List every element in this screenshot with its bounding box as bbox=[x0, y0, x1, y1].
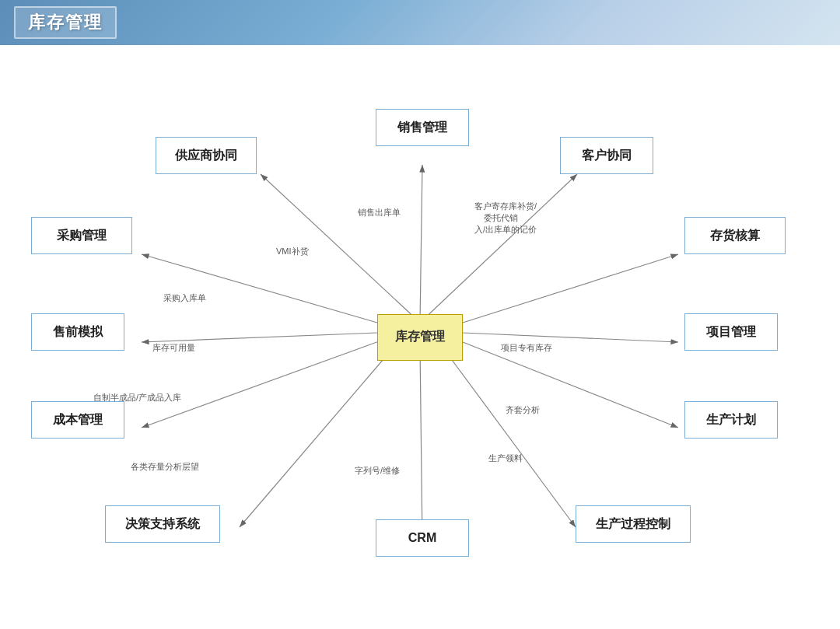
label-serial-repair: 字列号/维修 bbox=[355, 465, 400, 477]
node-supply: 供应商协同 bbox=[156, 137, 257, 174]
node-inventory-calc: 存货核算 bbox=[684, 217, 786, 254]
node-crm: CRM bbox=[376, 519, 469, 557]
svg-line-4 bbox=[420, 174, 577, 323]
label-kit-analysis: 齐套分析 bbox=[506, 404, 540, 416]
label-vmi: VMI补货 bbox=[276, 246, 309, 257]
node-decision: 决策支持系统 bbox=[105, 505, 220, 543]
label-sales-out: 销售出库单 bbox=[358, 207, 401, 218]
svg-line-7 bbox=[142, 333, 377, 342]
node-presale: 售前模拟 bbox=[31, 313, 124, 351]
label-consignment: 委托代销 bbox=[484, 212, 518, 224]
header-title-box: 库存管理 bbox=[14, 6, 117, 39]
center-box: 库存管理 bbox=[377, 314, 463, 361]
label-customer-replenish: 客户寄存库补货/ bbox=[474, 201, 537, 212]
node-customer: 客户协同 bbox=[560, 137, 653, 174]
node-project: 项目管理 bbox=[684, 313, 778, 351]
svg-line-12 bbox=[420, 348, 422, 541]
svg-line-11 bbox=[240, 348, 393, 527]
node-cost: 成本管理 bbox=[31, 401, 124, 439]
svg-line-3 bbox=[420, 165, 422, 323]
node-sales-mgmt: 销售管理 bbox=[376, 109, 469, 146]
label-available-stock: 库存可用量 bbox=[152, 342, 195, 354]
svg-line-5 bbox=[142, 254, 377, 323]
label-production-material: 生产领料 bbox=[488, 453, 523, 464]
svg-line-13 bbox=[443, 348, 576, 527]
node-production-ctrl: 生产过程控制 bbox=[576, 505, 691, 543]
node-production-plan: 生产计划 bbox=[684, 401, 778, 439]
svg-line-8 bbox=[463, 333, 678, 342]
label-in-out-price: 入/出库单的记价 bbox=[474, 224, 537, 236]
label-purchase-in: 采购入库单 bbox=[163, 292, 206, 304]
label-stock-analysis: 各类存量分析层望 bbox=[131, 461, 199, 473]
slide: 库存管理 bbox=[0, 0, 840, 629]
header: 库存管理 bbox=[0, 0, 840, 45]
header-title: 库存管理 bbox=[28, 12, 103, 32]
label-project-stock: 项目专有库存 bbox=[501, 342, 552, 354]
diagram: 供应商协同 销售管理 客户协同 采购管理 存货核算 售前模拟 项目管理 成本管理… bbox=[0, 45, 840, 629]
node-purchase: 采购管理 bbox=[31, 217, 132, 254]
svg-line-10 bbox=[459, 341, 678, 428]
svg-line-6 bbox=[463, 254, 678, 323]
